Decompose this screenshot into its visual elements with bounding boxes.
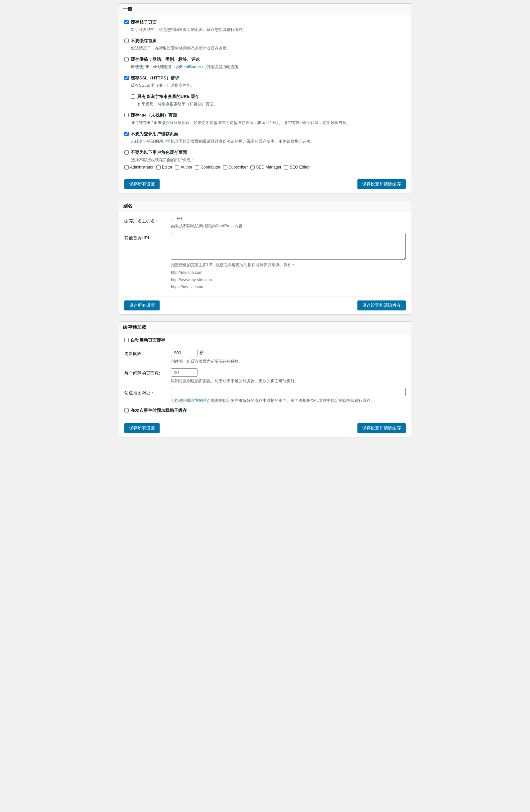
cache-ssl-checkbox[interactable]	[124, 76, 129, 80]
field-auto-preload: 自动启动页面缓存	[124, 337, 406, 343]
no-cache-logged-in-desc: 未经身份验证的用户可以查看给定页面的最后经过身份验证的用户视图的缓存版本。不建议…	[131, 138, 406, 144]
role-contributor[interactable]: Contributor	[195, 165, 220, 170]
aliases-btn-row: 保存所有设置 保存设置和清除缓存	[124, 296, 406, 310]
example-url-2: http://www.my-site.com	[171, 277, 406, 284]
feedburner-link[interactable]: FeedBurner	[180, 64, 201, 69]
role-subscriber-label: Subscriber	[229, 165, 248, 170]
field-cache-ssl: 缓存SSL（HTTPS）请求 缓存SSL请求（唯一）以提高性能。	[124, 75, 406, 88]
section-preload-title: 缓存预加载	[119, 322, 411, 333]
role-editor[interactable]: Editor	[156, 165, 172, 170]
field-other-home-urls: 其他首页URLs: 指定镜像的完整主页URL,以便在内容更改时插件将刷新其缓存。…	[124, 233, 406, 291]
role-administrator-checkbox[interactable]	[124, 165, 129, 170]
cache-query-desc: 如果启用，将缓存搜索结果（和类似）页面。	[138, 101, 406, 107]
cache-feeds-desc: 即使使用Feed代理服务（如FeedBurner）,仍建议启用此选项。	[131, 64, 406, 70]
field-cache-alias-hostname: 缓存别名主机名： 开启 如果从不同域访问相同的WordPress内容	[124, 216, 406, 229]
general-save-delete-button[interactable]: 保存设置和清除缓存	[357, 179, 406, 189]
pages-per-interval-label: 每个间隔的页面数:	[124, 368, 171, 376]
refresh-interval-input[interactable]	[171, 349, 198, 357]
other-home-urls-hint: 指定镜像的完整主页URL,以便在内容更改时插件将刷新其缓存。例如：	[171, 262, 406, 268]
section-general: 一般 缓存贴子页面 对于许多博客，这是您访问量最大的页面，建议您对其进行缓存。 …	[119, 3, 411, 193]
auto-preload-checkbox[interactable]	[124, 338, 129, 342]
role-editor-checkbox[interactable]	[156, 165, 161, 170]
section-aliases: 别名 缓存别名主机名： 开启 如果从不同域访问相同的WordPress内容 其他…	[119, 200, 411, 315]
role-subscriber-checkbox[interactable]	[223, 165, 227, 170]
sitemap-url-input[interactable]	[171, 388, 406, 396]
role-subscriber[interactable]: Subscriber	[223, 165, 248, 170]
no-cache-logged-in-text: 不要为登录用户缓存页面	[131, 131, 178, 137]
pages-per-interval-input[interactable]	[171, 368, 198, 377]
cache-front-page-checkbox[interactable]	[124, 20, 129, 24]
no-cache-home-checkbox[interactable]	[124, 39, 129, 43]
role-seo-editor-label: SEO Editor	[290, 165, 310, 170]
cache-404-text: 缓存404（未找到）页面	[131, 112, 177, 118]
cache-ssl-label[interactable]: 缓存SSL（HTTPS）请求	[124, 75, 406, 81]
pages-per-interval-input-col: 限制每批创建的页面数。对于功率不足的服务器，更少的页面可能更好。	[171, 368, 406, 384]
example-url-3: https://my-site.com	[171, 284, 406, 291]
cache-404-checkbox[interactable]	[124, 113, 129, 117]
cache-404-label[interactable]: 缓存404（未找到）页面	[124, 112, 406, 118]
other-home-urls-input-col: 指定镜像的完整主页URL,以便在内容更改时插件将刷新其缓存。例如： http:/…	[171, 233, 406, 291]
field-no-cache-home: 不要缓存首页 默认情况下，在读取设置中使用静态首页时会缓存首页。	[124, 38, 406, 51]
aliases-save-delete-button[interactable]: 保存设置和清除缓存	[357, 301, 406, 310]
cache-front-page-desc: 对于许多博客，这是您访问量最大的页面，建议您对其进行缓存。	[131, 27, 406, 32]
cache-ssl-desc: 缓存SSL请求（唯一）以提高性能。	[131, 83, 406, 88]
role-administrator[interactable]: Administrator	[124, 165, 154, 170]
no-cache-roles-text: 不要为以下用户角色缓存页面	[131, 149, 187, 156]
refresh-interval-input-col: 秒 创建另一组缓存页面之前要等待的秒数。	[171, 349, 406, 364]
pages-per-interval-hint: 限制每批创建的页面数。对于功率不足的服务器，更少的页面可能更好。	[171, 378, 406, 384]
cache-feeds-checkbox[interactable]	[124, 57, 129, 61]
cache-query-label[interactable]: 具有查询字符串变量的URIs缓存	[131, 94, 406, 100]
field-cache-feeds: 缓存供稿：网站、类别、标签、评论 即使使用Feed代理服务（如FeedBurne…	[124, 57, 406, 70]
no-cache-logged-in-label[interactable]: 不要为登录用户缓存页面	[124, 131, 406, 137]
no-cache-roles-sublabel: 选择不应接收缓存页面的用户角色：	[131, 157, 406, 163]
other-home-urls-label: 其他首页URLs:	[124, 233, 171, 241]
role-seo-editor[interactable]: SEO Editor	[284, 165, 310, 170]
refresh-interval-hint: 创建另一组缓存页面之前要等待的秒数。	[171, 358, 406, 364]
preload-on-publish-checkbox[interactable]	[124, 408, 129, 412]
cache-query-checkbox[interactable]	[131, 95, 135, 99]
aliases-save-all-button[interactable]: 保存所有设置	[124, 301, 160, 310]
no-cache-home-text: 不要缓存首页	[131, 38, 157, 44]
cache-alias-checkbox[interactable]	[171, 217, 175, 221]
preload-on-publish-label[interactable]: 在发布事件时预加载贴子缓存	[124, 407, 406, 414]
auto-preload-label[interactable]: 自动启动页面缓存	[124, 337, 406, 343]
no-cache-roles-label[interactable]: 不要为以下用户角色缓存页面	[124, 149, 406, 156]
no-cache-home-desc: 默认情况下，在读取设置中使用静态首页时会缓存首页。	[131, 45, 406, 51]
sitemap-url-hint: 可以使用非官方的站点地图来指定要在准备好的缓存中维护的页面。页面将根据XML文件…	[171, 397, 406, 404]
sitemap-link[interactable]: 非官方的	[187, 398, 203, 403]
no-cache-home-label[interactable]: 不要缓存首页	[124, 38, 406, 44]
cache-feeds-label[interactable]: 缓存供稿：网站、类别、标签、评论	[124, 57, 406, 62]
field-refresh-interval: 更新间隔： 秒 创建另一组缓存页面之前要等待的秒数。	[124, 349, 406, 364]
role-seo-manager[interactable]: SEO Manager	[250, 165, 281, 170]
cache-feeds-text: 缓存供稿：网站、类别、标签、评论	[131, 57, 200, 62]
section-aliases-title: 别名	[119, 200, 411, 212]
cache-alias-hint: 如果从不同域访问相同的WordPress内容	[171, 223, 406, 229]
field-cache-404: 缓存404（未找到）页面 通过缓存404页来减少服务器负载。如果使用硬盘增强的硬…	[124, 112, 406, 126]
field-cache-front-page: 缓存贴子页面 对于许多博客，这是您访问量最大的页面，建议您对其进行缓存。	[124, 19, 406, 32]
no-cache-roles-checkbox[interactable]	[124, 150, 129, 155]
preload-save-delete-button[interactable]: 保存设置和清除缓存	[357, 423, 406, 433]
field-no-cache-roles: 不要为以下用户角色缓存页面 选择不应接收缓存页面的用户角色： Administr…	[124, 149, 406, 170]
page-wrapper: 一般 缓存贴子页面 对于许多博客，这是您访问量最大的页面，建议您对其进行缓存。 …	[115, 0, 415, 447]
role-seo-editor-checkbox[interactable]	[284, 165, 288, 170]
section-preload-body: 自动启动页面缓存 更新间隔： 秒 创建另一组缓存页面之前要等待的秒数。 每个间隔…	[119, 333, 411, 437]
preload-save-all-button[interactable]: 保存所有设置	[124, 423, 160, 433]
auto-preload-text: 自动启动页面缓存	[131, 337, 165, 343]
sitemap-url-label: 站点地图网址：	[124, 388, 171, 396]
section-general-body: 缓存贴子页面 对于许多博客，这是您访问量最大的页面，建议您对其进行缓存。 不要缓…	[119, 15, 411, 193]
role-seo-manager-label: SEO Manager	[256, 165, 281, 170]
general-save-all-button[interactable]: 保存所有设置	[124, 179, 160, 189]
sitemap-url-input-col: 可以使用非官方的站点地图来指定要在准备好的缓存中维护的页面。页面将根据XML文件…	[171, 388, 406, 404]
no-cache-logged-in-checkbox[interactable]	[124, 132, 129, 136]
cache-front-page-text: 缓存贴子页面	[131, 19, 157, 25]
role-contributor-checkbox[interactable]	[195, 165, 199, 170]
role-author[interactable]: Author	[175, 165, 192, 170]
role-author-label: Author	[181, 165, 192, 170]
cache-front-page-label[interactable]: 缓存贴子页面	[124, 19, 406, 25]
field-cache-query: 具有查询字符串变量的URIs缓存 如果启用，将缓存搜索结果（和类似）页面。	[131, 94, 406, 107]
role-author-checkbox[interactable]	[175, 165, 179, 170]
role-seo-manager-checkbox[interactable]	[250, 165, 255, 170]
section-preload: 缓存预加载 自动启动页面缓存 更新间隔： 秒 创建另一组缓存页面之前要等待的秒数…	[119, 321, 411, 437]
other-home-urls-textarea[interactable]	[171, 233, 406, 260]
cache-alias-enable-label[interactable]: 开启	[171, 216, 406, 222]
